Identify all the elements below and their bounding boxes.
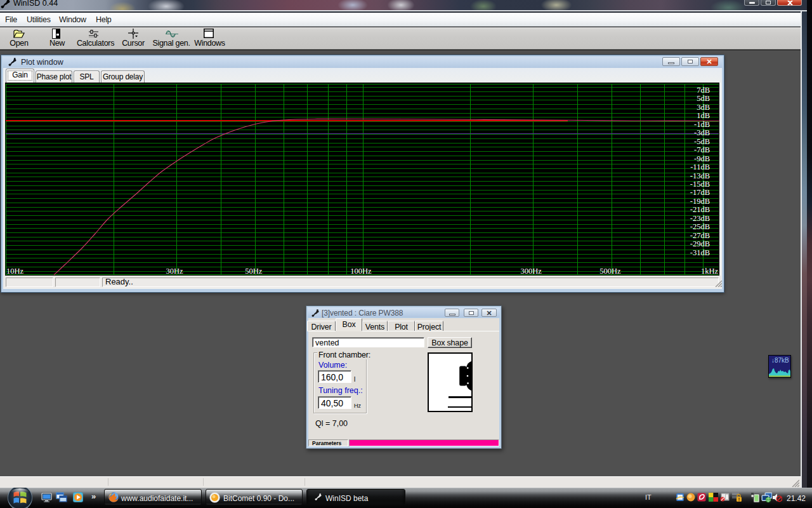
svg-text:-7dB: -7dB bbox=[694, 145, 710, 154]
svg-text:-27dB: -27dB bbox=[690, 231, 710, 240]
svg-text:-31dB: -31dB bbox=[690, 248, 710, 257]
svg-text:5dB: 5dB bbox=[697, 94, 710, 103]
svg-text:-3dB: -3dB bbox=[694, 128, 710, 137]
svg-text:100Hz: 100Hz bbox=[350, 267, 372, 276]
svg-text:-25dB: -25dB bbox=[690, 222, 710, 231]
svg-text:3dB: 3dB bbox=[697, 103, 710, 112]
svg-text:10Hz: 10Hz bbox=[6, 267, 24, 276]
svg-text:-9dB: -9dB bbox=[694, 154, 710, 163]
svg-text:-17dB: -17dB bbox=[690, 188, 710, 197]
svg-text:-13dB: -13dB bbox=[690, 171, 710, 180]
svg-text:50Hz: 50Hz bbox=[245, 267, 263, 276]
svg-text:1kHz: 1kHz bbox=[701, 267, 719, 276]
svg-text:1dB: 1dB bbox=[697, 111, 710, 120]
svg-text:-5dB: -5dB bbox=[694, 137, 710, 146]
svg-text:-11dB: -11dB bbox=[690, 163, 710, 171]
svg-text:300Hz: 300Hz bbox=[521, 267, 542, 276]
svg-text:-21dB: -21dB bbox=[690, 205, 710, 214]
svg-text:-19dB: -19dB bbox=[690, 197, 710, 206]
svg-text:-23dB: -23dB bbox=[690, 214, 710, 223]
svg-text:30Hz: 30Hz bbox=[166, 267, 183, 276]
svg-text:-29dB: -29dB bbox=[690, 239, 710, 248]
svg-text:-15dB: -15dB bbox=[690, 180, 710, 189]
svg-text:-1dB: -1dB bbox=[694, 120, 710, 129]
svg-text:7dB: 7dB bbox=[697, 86, 710, 95]
svg-text:500Hz: 500Hz bbox=[599, 267, 621, 276]
